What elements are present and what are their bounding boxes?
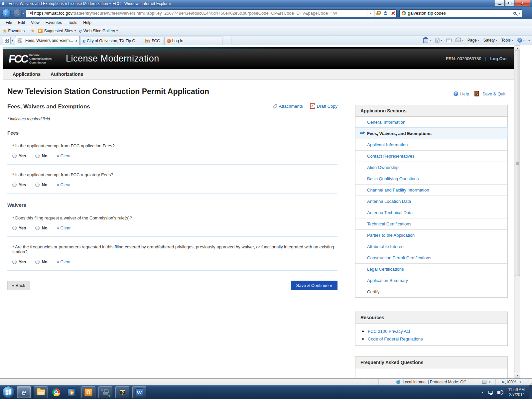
read-mail-icon[interactable] (446, 39, 452, 42)
taskbar-sync-lock-app[interactable] (98, 386, 112, 398)
recent-pages-dropdown[interactable]: ▾ (23, 12, 25, 15)
print-dropdown[interactable]: ▾ (462, 39, 464, 42)
menu-item-view[interactable]: View (28, 20, 43, 26)
radio-no-label[interactable]: No (42, 259, 47, 264)
taskbar-word[interactable]: W (132, 386, 146, 398)
radio-yes-label[interactable]: Yes (19, 225, 26, 230)
radio-yes[interactable] (12, 183, 17, 187)
sidebar-section-item[interactable]: Antenna Technical Data (355, 207, 507, 218)
sidebar-section-item[interactable]: Technical Certifications (355, 218, 507, 229)
zoom-control[interactable]: 100% ▾ (495, 379, 527, 385)
menu-item-tools[interactable]: Tools (65, 20, 80, 26)
search-input[interactable]: galveston zip codes (408, 11, 514, 16)
web-slice-button[interactable]: Web Slice Gallery (83, 29, 115, 33)
nav-authorizations[interactable]: Authorizations (51, 71, 83, 77)
quick-tabs-button[interactable] (3, 37, 11, 44)
hidden-icons-arrow[interactable]: ▲ (481, 391, 484, 394)
clear-link[interactable]: « Clear (57, 182, 71, 187)
tab-fcc[interactable]: FCC FCC (143, 37, 164, 45)
search-dropdown[interactable]: ▾ (519, 12, 520, 15)
taskbar-windows-explorer[interactable] (34, 386, 48, 398)
radio-yes-label[interactable]: Yes (19, 182, 26, 187)
vertical-scrollbar[interactable]: ▲ ▼ (514, 45, 520, 378)
sidebar-section-item[interactable]: Application Summary (355, 275, 507, 286)
address-bar[interactable]: FC https://lmuat.fcc.gov/dataentry/secur… (26, 9, 397, 17)
menu-item-help[interactable]: Help (80, 20, 94, 26)
menu-item-file[interactable]: File (3, 20, 15, 26)
clear-link[interactable]: « Clear (57, 225, 71, 230)
forward-button[interactable]: → (13, 9, 22, 18)
address-dropdown[interactable]: ▾ (367, 10, 374, 17)
sidebar-section-item[interactable]: Fees, Waivers, and Exemptions (355, 128, 507, 139)
sidebar-section-item[interactable]: General Information (355, 117, 507, 128)
radio-no-label[interactable]: No (42, 153, 47, 158)
add-favorite-icon[interactable]: ★ (31, 29, 35, 33)
stop-button[interactable] (389, 10, 396, 17)
tools-menu[interactable]: Tools▾ (501, 38, 513, 43)
clear-link[interactable]: « Clear (57, 153, 71, 158)
start-button[interactable] (2, 386, 15, 398)
taskbar-chrome[interactable] (49, 386, 63, 398)
close-button[interactable]: X (515, 0, 530, 6)
minimize-button[interactable] (495, 0, 505, 6)
back-button[interactable]: « Back (7, 281, 30, 290)
help-link[interactable]: Help (460, 91, 469, 96)
radio-no[interactable] (35, 226, 40, 230)
sidebar-section-item[interactable]: Alien Ownership (355, 162, 507, 173)
tab-close-icon[interactable]: x (75, 39, 77, 43)
print-icon[interactable] (456, 38, 461, 42)
home-icon[interactable] (423, 39, 428, 43)
speaker-icon[interactable] (497, 391, 499, 394)
attachments-link[interactable]: Attachments (279, 104, 303, 109)
url-text[interactable]: https://lmuat.fcc.gov/dataentry/secure/t… (34, 11, 367, 16)
scroll-up-arrow[interactable]: ▲ (515, 45, 520, 51)
window-titlebar[interactable]: e Fees, Waivers and Exemptions « License… (0, 0, 532, 7)
draft-copy-link[interactable]: Draft Copy (317, 104, 337, 109)
sidebar-section-item[interactable]: Antenna Location Data (355, 196, 507, 207)
maximize-button[interactable] (505, 0, 514, 6)
refresh-button[interactable] (382, 10, 389, 17)
chevron-down-icon[interactable]: ▾ (74, 29, 76, 32)
taskbar-outlook[interactable]: O (81, 386, 95, 398)
tab-log-in[interactable]: Log In (164, 37, 222, 45)
radio-yes-label[interactable]: Yes (19, 153, 26, 158)
logout-link[interactable]: Log Out (490, 56, 507, 61)
compatibility-view-button[interactable]: ▾ (477, 379, 495, 385)
radio-no-label[interactable]: No (42, 182, 47, 187)
nav-applications[interactable]: Applications (13, 71, 41, 77)
page-menu[interactable]: Page▾ (467, 38, 479, 43)
scrollbar-thumb[interactable] (515, 51, 520, 276)
search-box[interactable]: galveston zip codes ▾ (399, 9, 522, 17)
chevron-down-icon[interactable]: ▾ (116, 29, 118, 32)
more-commands-chevron[interactable]: » (528, 38, 530, 42)
tab-city-of-galveston[interactable]: e City of Galveston, TX Zip C... (80, 37, 142, 45)
radio-yes-label[interactable]: Yes (19, 259, 26, 264)
search-magnifier-icon[interactable] (513, 12, 516, 15)
scroll-down-arrow[interactable]: ▼ (515, 373, 520, 378)
menu-item-edit[interactable]: Edit (15, 20, 28, 26)
new-tab-button[interactable] (223, 37, 231, 45)
taskbar-media-player[interactable] (65, 386, 78, 398)
taskbar-clock[interactable]: 11:56 AM 2/7/2014 (508, 387, 525, 397)
sidebar-section-item[interactable]: Attributable Interest (355, 241, 507, 252)
tab-list-dropdown[interactable]: ▾ (12, 39, 13, 42)
back-button[interactable]: ← (2, 9, 11, 18)
help-menu[interactable]: ?▾ (517, 38, 525, 43)
clear-link[interactable]: « Clear (57, 259, 71, 264)
radio-no[interactable] (35, 154, 40, 158)
sidebar-section-item[interactable]: Parties to the Application (355, 229, 507, 241)
show-desktop-button[interactable] (529, 385, 532, 399)
safety-menu[interactable]: Safety▾ (483, 38, 497, 43)
radio-yes[interactable] (12, 260, 17, 264)
security-lock-icon[interactable] (374, 10, 382, 17)
sidebar-section-item[interactable]: Applicant Information (355, 139, 507, 150)
save-quit-link[interactable]: Save & Quit (482, 91, 505, 96)
radio-yes[interactable] (12, 226, 17, 230)
radio-yes[interactable] (12, 154, 17, 158)
suggested-sites-button[interactable]: Suggested Sites (44, 29, 73, 33)
taskbar-internet-explorer[interactable]: e (17, 386, 31, 398)
taskbar-putty[interactable] (115, 386, 129, 398)
rss-dropdown[interactable]: ▾ (441, 39, 442, 42)
resource-link[interactable]: Code of Federal Regulations (368, 336, 423, 341)
rss-feed-icon[interactable] (435, 38, 440, 43)
